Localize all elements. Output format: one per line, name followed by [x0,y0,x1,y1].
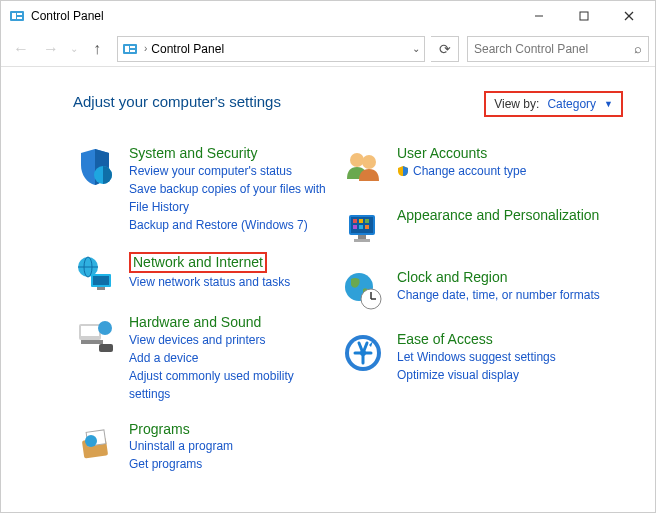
view-by-selector[interactable]: View by: Category ▼ [484,91,623,117]
category-link[interactable]: Ease of Access [397,331,493,347]
view-by-value: Category [547,97,596,111]
clock-region-icon [341,269,385,313]
svg-rect-9 [125,46,129,52]
search-input[interactable]: Search Control Panel ⌕ [467,36,649,62]
svg-rect-35 [359,225,363,229]
sub-link[interactable]: Review your computer's status [129,162,333,180]
address-dropdown-icon[interactable]: ⌄ [412,43,420,54]
recent-dropdown[interactable]: ⌄ [67,35,81,63]
hardware-sound-icon [73,314,117,358]
sub-link[interactable]: Get programs [129,455,333,473]
forward-button[interactable]: → [37,35,65,63]
shield-icon [397,165,409,177]
category-clock-region: Clock and Region Change date, time, or n… [341,269,601,313]
navbar: ← → ⌄ ↑ › Control Panel ⌄ ⟳ Search Contr… [1,31,655,67]
category-link[interactable]: Appearance and Personalization [397,207,599,223]
user-accounts-icon [341,145,385,189]
category-programs: Programs Uninstall a program Get program… [73,421,333,474]
sub-link[interactable]: View network status and tasks [129,273,333,291]
category-hardware-sound: Hardware and Sound View devices and prin… [73,314,333,403]
sub-link[interactable]: Save backup copies of your files with Fi… [129,180,333,216]
category-link[interactable]: Network and Internet [133,254,263,270]
svg-rect-3 [17,17,22,19]
left-column: System and Security Review your computer… [73,145,333,491]
svg-rect-38 [354,239,370,242]
svg-rect-18 [97,287,105,290]
network-internet-icon [73,252,117,296]
category-network-internet: Network and Internet View network status… [73,252,333,296]
category-link[interactable]: Programs [129,421,190,437]
sub-link[interactable]: Add a device [129,349,333,367]
svg-point-22 [98,321,112,335]
maximize-button[interactable] [561,2,606,30]
svg-rect-37 [358,235,366,239]
sub-link[interactable]: Change account type [397,162,601,180]
back-button[interactable]: ← [7,35,35,63]
svg-rect-21 [81,340,103,344]
page-heading: Adjust your computer's settings [73,93,281,110]
category-link[interactable]: Clock and Region [397,269,508,285]
sub-link[interactable]: View devices and printers [129,331,333,349]
svg-rect-31 [353,219,357,223]
sub-link[interactable]: Let Windows suggest settings [397,348,601,366]
svg-point-27 [350,153,364,167]
close-button[interactable] [606,2,651,30]
category-appearance-personalization: Appearance and Personalization [341,207,601,251]
svg-point-28 [362,155,376,169]
category-user-accounts: User Accounts Change account type [341,145,601,189]
category-link[interactable]: Hardware and Sound [129,314,261,330]
minimize-button[interactable] [516,2,561,30]
svg-rect-11 [130,50,135,52]
up-button[interactable]: ↑ [83,35,111,63]
refresh-button[interactable]: ⟳ [431,36,459,62]
svg-rect-5 [580,12,588,20]
svg-point-45 [360,350,366,356]
category-link[interactable]: User Accounts [397,145,487,161]
svg-rect-36 [365,225,369,229]
search-placeholder: Search Control Panel [474,42,588,56]
svg-rect-17 [93,276,109,285]
svg-rect-33 [365,219,369,223]
view-by-label: View by: [494,97,539,111]
content-area: Adjust your computer's settings View by:… [1,67,655,512]
sub-link[interactable]: Uninstall a program [129,437,333,455]
category-ease-of-access: Ease of Access Let Windows suggest setti… [341,331,601,384]
svg-point-26 [85,435,97,447]
control-panel-icon [9,8,25,24]
address-icon [122,41,138,57]
chevron-down-icon: ▼ [604,99,613,109]
ease-of-access-icon [341,331,385,375]
sub-link[interactable]: Adjust commonly used mobility settings [129,367,333,403]
svg-rect-23 [99,344,113,352]
sub-link[interactable]: Optimize visual display [397,366,601,384]
window-title: Control Panel [31,9,104,23]
programs-icon [73,421,117,465]
svg-rect-20 [81,326,99,336]
right-column: User Accounts Change account type Appear… [341,145,601,491]
category-system-security: System and Security Review your computer… [73,145,333,234]
svg-rect-2 [17,13,22,15]
system-security-icon [73,145,117,189]
svg-rect-34 [353,225,357,229]
search-icon: ⌕ [634,41,642,56]
svg-rect-1 [12,13,16,19]
svg-rect-10 [130,46,135,48]
svg-rect-32 [359,219,363,223]
sub-link[interactable]: Change date, time, or number formats [397,286,601,304]
titlebar: Control Panel [1,1,655,31]
address-bar[interactable]: › Control Panel ⌄ [117,36,425,62]
sub-link[interactable]: Backup and Restore (Windows 7) [129,216,333,234]
address-text: Control Panel [151,42,224,56]
chevron-right-icon: › [140,43,151,54]
category-link[interactable]: System and Security [129,145,257,161]
appearance-icon [341,207,385,251]
